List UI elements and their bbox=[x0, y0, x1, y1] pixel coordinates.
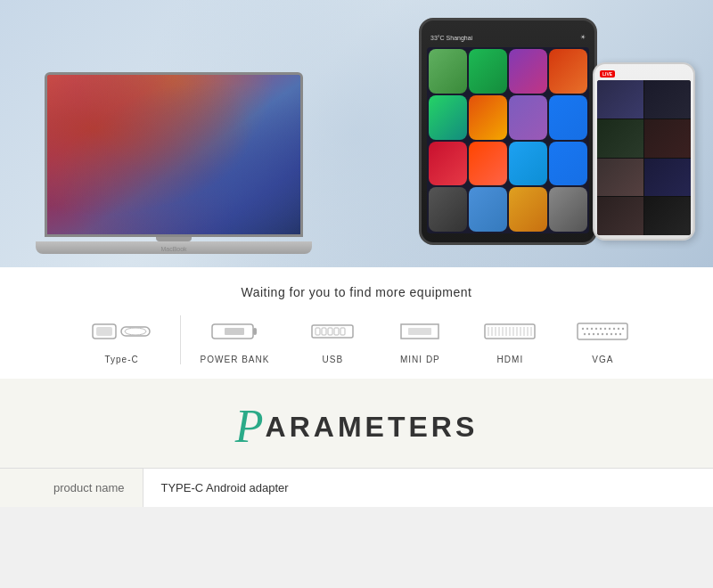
connector-power-bank: POWER BANK bbox=[181, 315, 290, 364]
tablet-device: 33°C Shanghai ☀ bbox=[419, 18, 597, 245]
devices-container: 33°C Shanghai ☀ bbox=[9, 4, 704, 263]
live-badge: LIVE bbox=[600, 70, 615, 78]
connector-type-c-label: Type-C bbox=[104, 355, 138, 364]
parameters-rest-text: ARAMETERS bbox=[266, 410, 479, 444]
usb-icon bbox=[308, 315, 356, 347]
app-icon bbox=[509, 95, 547, 140]
app-icon bbox=[469, 142, 507, 186]
app-icon bbox=[549, 49, 587, 94]
video-thumbnail bbox=[597, 197, 643, 235]
laptop-screen bbox=[45, 72, 303, 237]
svg-point-46 bbox=[615, 333, 617, 335]
video-thumbnail bbox=[597, 80, 643, 118]
vga-icon bbox=[576, 315, 629, 347]
tablet-app-grid bbox=[427, 47, 589, 233]
svg-point-33 bbox=[600, 328, 602, 330]
parameters-table: product name TYPE-C Android adapter bbox=[0, 468, 713, 507]
app-icon bbox=[429, 187, 467, 232]
phone-frame: LIVE bbox=[593, 62, 695, 241]
tablet-temp: 33°C Shanghai bbox=[430, 35, 472, 41]
svg-rect-5 bbox=[225, 328, 244, 335]
app-icon bbox=[549, 187, 587, 232]
connectors-row: Type-C POWER BANK bbox=[18, 315, 695, 364]
video-thumbnail bbox=[644, 119, 691, 158]
app-icon bbox=[469, 95, 507, 140]
svg-point-34 bbox=[604, 328, 606, 330]
phone-device: LIVE bbox=[593, 62, 695, 241]
svg-point-42 bbox=[597, 333, 599, 335]
connectors-title: Waiting for you to find more equipment bbox=[18, 285, 695, 299]
connector-mini-dp-label: MINI DP bbox=[400, 355, 440, 364]
app-icon bbox=[509, 49, 547, 94]
type-c-icon bbox=[91, 315, 153, 347]
video-thumbnail bbox=[644, 80, 691, 118]
connector-power-bank-label: POWER BANK bbox=[201, 355, 270, 364]
svg-point-36 bbox=[613, 328, 615, 330]
param-name-cell: product name bbox=[0, 469, 143, 508]
video-thumbnail bbox=[597, 119, 643, 158]
app-icon bbox=[429, 142, 467, 186]
app-icon bbox=[469, 187, 507, 232]
app-icon bbox=[429, 49, 467, 94]
parameters-title-text: P ARAMETERS bbox=[0, 404, 713, 450]
svg-rect-13 bbox=[408, 328, 431, 335]
svg-point-43 bbox=[602, 333, 603, 335]
svg-rect-6 bbox=[253, 328, 257, 335]
svg-rect-8 bbox=[316, 328, 320, 335]
connector-type-c: Type-C bbox=[64, 315, 180, 364]
svg-point-30 bbox=[586, 328, 588, 330]
laptop-device bbox=[36, 72, 312, 254]
svg-point-35 bbox=[609, 328, 611, 330]
svg-rect-1 bbox=[96, 327, 112, 336]
svg-point-45 bbox=[611, 333, 612, 335]
app-icon bbox=[509, 142, 547, 186]
connector-hdmi-label: HDMI bbox=[497, 355, 524, 364]
video-thumbnail bbox=[644, 197, 691, 235]
svg-rect-12 bbox=[340, 328, 345, 335]
laptop-base bbox=[36, 241, 312, 254]
parameters-section: P ARAMETERS product name TYPE-C Android … bbox=[0, 379, 713, 507]
param-value-cell: TYPE-C Android adapter bbox=[143, 469, 713, 508]
svg-point-47 bbox=[619, 333, 621, 335]
connector-usb: USB bbox=[289, 315, 376, 364]
svg-point-39 bbox=[584, 333, 586, 335]
app-icon bbox=[549, 95, 587, 140]
app-icon bbox=[509, 187, 547, 232]
app-icon bbox=[429, 95, 467, 140]
table-row: product name TYPE-C Android adapter bbox=[0, 469, 713, 508]
svg-point-41 bbox=[593, 333, 594, 335]
svg-rect-11 bbox=[334, 328, 339, 335]
phone-header: LIVE bbox=[597, 68, 691, 80]
power-bank-icon bbox=[210, 315, 258, 347]
phone-screen bbox=[597, 80, 691, 235]
svg-point-3 bbox=[125, 328, 146, 335]
tablet-status-bar: 33°C Shanghai ☀ bbox=[427, 29, 589, 45]
connector-mini-dp: MINI DP bbox=[376, 315, 463, 364]
svg-point-40 bbox=[588, 333, 590, 335]
mini-dp-icon bbox=[396, 315, 444, 347]
svg-point-37 bbox=[618, 328, 619, 330]
hero-section: 33°C Shanghai ☀ bbox=[0, 0, 713, 267]
tablet-frame: 33°C Shanghai ☀ bbox=[419, 18, 597, 245]
video-thumbnail bbox=[597, 159, 643, 197]
connector-vga: VGA bbox=[556, 315, 649, 364]
svg-point-32 bbox=[595, 328, 597, 330]
svg-rect-9 bbox=[322, 328, 326, 335]
svg-point-29 bbox=[582, 328, 584, 330]
connector-vga-label: VGA bbox=[592, 355, 613, 364]
tablet-time: ☀ bbox=[580, 34, 586, 41]
svg-rect-28 bbox=[578, 323, 627, 339]
app-icon bbox=[469, 49, 507, 94]
parameters-p-letter: P bbox=[235, 404, 264, 450]
video-thumbnail bbox=[644, 159, 691, 197]
svg-point-38 bbox=[622, 328, 624, 330]
svg-point-44 bbox=[606, 333, 608, 335]
svg-point-31 bbox=[591, 328, 593, 330]
parameters-title: P ARAMETERS bbox=[0, 404, 713, 450]
hdmi-icon bbox=[483, 315, 537, 347]
connector-usb-label: USB bbox=[323, 355, 344, 364]
connectors-section: Waiting for you to find more equipment T… bbox=[0, 267, 713, 379]
app-icon bbox=[549, 142, 587, 186]
svg-rect-10 bbox=[328, 328, 332, 335]
connector-hdmi: HDMI bbox=[463, 315, 556, 364]
